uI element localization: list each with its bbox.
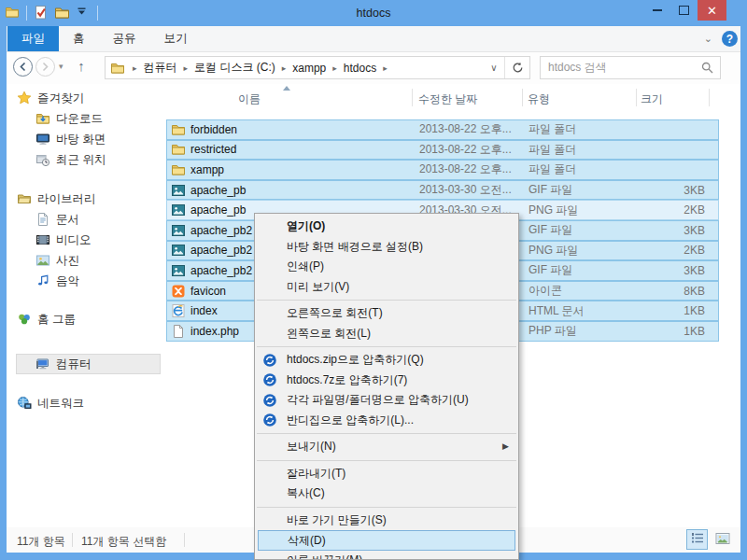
ribbon-tab-share[interactable]: 공유 [99, 26, 150, 51]
file-size: 2KB [684, 244, 705, 257]
breadcrumb-item[interactable]: htdocs [341, 62, 379, 75]
file-name: index.php [190, 325, 239, 338]
menu-item[interactable]: 이름 바꾸기(M) [255, 551, 518, 560]
file-type: 아이콘 [529, 283, 562, 299]
sidebar-item-네트워크[interactable]: 네트워크 [7, 393, 166, 413]
column-divider[interactable] [522, 89, 523, 106]
menu-item[interactable]: 복사(C) [255, 483, 518, 504]
file-size: 1KB [684, 325, 705, 338]
star-icon [17, 91, 32, 105]
network-icon [17, 396, 32, 411]
file-name: favicon [190, 285, 226, 298]
table-row[interactable]: apache_pb2013-03-30 오전...GIF 파일3KB [166, 180, 719, 201]
address-folder-icon [110, 61, 125, 76]
column-divider[interactable] [412, 89, 413, 106]
window-controls: ✕ [643, 0, 726, 21]
menu-item[interactable]: htdocs.7z로 압축하기(7) [255, 371, 518, 391]
column-divider[interactable] [709, 89, 710, 106]
breadcrumb-item[interactable]: 로컬 디스크 (C:) [191, 60, 278, 76]
menu-item[interactable]: 반디집으로 압축하기(L)... [255, 411, 518, 431]
refresh-icon[interactable] [505, 57, 529, 78]
file-size: 8KB [684, 285, 705, 298]
menu-item[interactable]: 각각 파일명/폴더명으로 압축하기(U) [255, 390, 518, 411]
sidebar-item-다운로드[interactable]: 다운로드 [7, 108, 166, 129]
sidebar-item-문서[interactable]: 문서 [7, 209, 166, 230]
breadcrumb-item[interactable]: 컴퓨터 [141, 60, 180, 76]
sidebar-item-라이브러리[interactable]: 라이브러리 [7, 189, 166, 209]
column-header-3[interactable]: 크기 [641, 91, 663, 107]
help-icon[interactable]: ? [722, 31, 738, 47]
menu-item[interactable]: htdocs.zip으로 압축하기(Q) [255, 350, 518, 371]
file-name: apache_pb [190, 184, 246, 197]
file-icon [171, 324, 186, 339]
sidebar-item-바탕 화면[interactable]: 바탕 화면 [7, 129, 166, 149]
menu-item-label: 미리 보기(V) [287, 280, 349, 293]
file-size: 3KB [684, 224, 705, 237]
file-name: apache_pb2 [190, 264, 252, 277]
menu-item[interactable]: 왼쪽으로 회전(L) [255, 324, 518, 344]
explorer-window: htdocs ✕ 파일홈공유보기 ⌄ ? ▾ ↑ ▸컴퓨터▸로컬 디스크 (C:… [0, 0, 747, 560]
search-placeholder: htdocs 검색 [541, 60, 607, 76]
sidebar-item-비디오[interactable]: 비디오 [7, 230, 166, 250]
details-view-icon [691, 532, 704, 547]
bandizip-icon [262, 413, 277, 427]
sidebar-item-음악[interactable]: 음악 [7, 271, 166, 291]
menu-item[interactable]: 삭제(D) [258, 530, 515, 551]
menu-item[interactable]: 보내기(N)▶ [255, 437, 518, 457]
menu-separator [257, 433, 516, 434]
ribbon-collapse-icon[interactable]: ⌄ [704, 33, 712, 45]
menu-item[interactable]: 잘라내기(T) [255, 464, 518, 484]
column-header-0[interactable]: 이름 [238, 91, 261, 107]
menu-item[interactable]: 미리 보기(V) [255, 277, 518, 298]
ribbon-tab-file[interactable]: 파일 [7, 26, 59, 51]
menu-item-label: 인쇄(P) [287, 259, 324, 273]
address-dropdown-icon[interactable]: ∨ [484, 63, 504, 73]
window-border-right [740, 26, 747, 560]
ribbon-tab-home[interactable]: 홈 [59, 26, 99, 51]
sidebar-item-사진[interactable]: 사진 [7, 250, 166, 271]
sidebar-item-홈 그룹[interactable]: 홈 그룹 [7, 309, 166, 329]
column-divider[interactable] [636, 89, 637, 106]
ribbon-tab-view[interactable]: 보기 [150, 26, 202, 51]
sidebar-item-즐겨찾기[interactable]: 즐겨찾기 [7, 88, 166, 108]
breadcrumb-separator-icon: ▸ [278, 63, 290, 73]
sidebar-item-label: 음악 [56, 273, 79, 289]
maximize-button[interactable] [670, 0, 698, 21]
menu-separator [257, 300, 516, 301]
menu-item-label: 복사(C) [287, 486, 325, 499]
menu-item-label: 잘라내기(T) [287, 467, 345, 480]
menu-item[interactable]: 바탕 화면 배경으로 설정(B) [255, 237, 518, 258]
menu-item[interactable]: 인쇄(P) [255, 257, 518, 277]
close-button[interactable]: ✕ [698, 0, 726, 21]
details-view-button[interactable] [686, 529, 708, 550]
thumbnails-view-button[interactable] [712, 529, 733, 550]
file-type: GIF 파일 [529, 262, 572, 278]
breadcrumb-item[interactable]: xampp [289, 62, 329, 75]
file-type: PNG 파일 [529, 203, 578, 218]
image-file-icon [171, 203, 186, 217]
minimize-button[interactable] [643, 0, 670, 21]
search-box[interactable]: htdocs 검색 [540, 56, 721, 79]
sidebar-item-컴퓨터[interactable]: 컴퓨터 [16, 354, 161, 374]
menu-item[interactable]: 바로 가기 만들기(S) [255, 511, 518, 531]
search-icon [701, 62, 713, 74]
table-row[interactable]: forbidden2013-08-22 오후...파일 폴더 [166, 119, 719, 140]
table-row[interactable]: xampp2013-08-22 오후...파일 폴더 [166, 160, 719, 180]
column-header-1[interactable]: 수정한 날짜 [418, 91, 477, 107]
table-row[interactable]: restricted2013-08-22 오후...파일 폴더 [166, 140, 719, 161]
folder-icon [171, 142, 186, 157]
sidebar-item-최근 위치[interactable]: 최근 위치 [7, 149, 166, 170]
menu-item-label: 삭제(D) [288, 534, 326, 547]
up-button[interactable]: ↑ [72, 57, 91, 76]
menu-item[interactable]: 오른쪽으로 회전(T) [255, 303, 518, 324]
file-date: 2013-03-30 오전... [419, 182, 512, 198]
file-date: 2013-08-22 오후... [419, 161, 512, 177]
back-button[interactable] [13, 57, 33, 77]
forward-button[interactable] [35, 57, 55, 77]
close-icon: ✕ [707, 4, 717, 18]
address-bar[interactable]: ▸컴퓨터▸로컬 디스크 (C:)▸xampp▸htdocs▸ ∨ [105, 56, 530, 79]
context-menu: 열기(O)바탕 화면 배경으로 설정(B)인쇄(P)미리 보기(V)오른쪽으로 … [254, 213, 519, 560]
menu-item[interactable]: 열기(O) [255, 217, 518, 237]
column-header-2[interactable]: 유형 [528, 91, 550, 107]
history-dropdown-icon[interactable]: ▾ [59, 62, 63, 71]
